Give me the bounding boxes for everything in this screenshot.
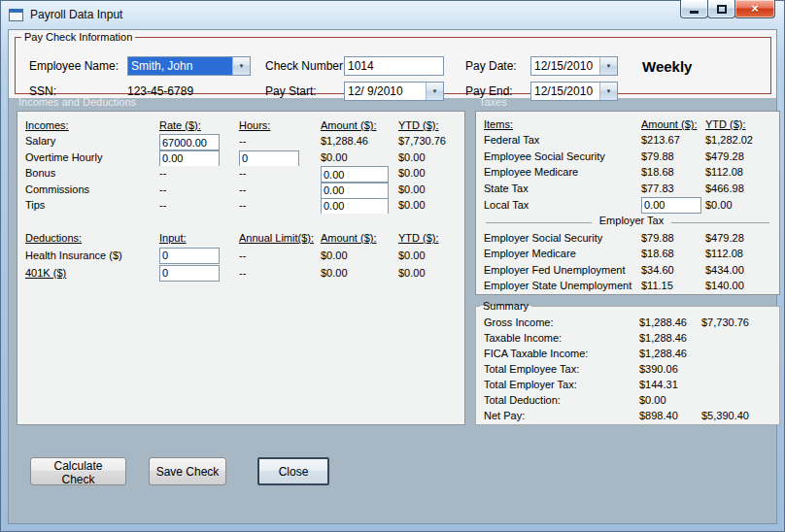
- close-window-button[interactable]: ×: [734, 0, 775, 18]
- tax-amount-cell: [641, 197, 705, 215]
- employee-name-value: Smith, John: [128, 57, 232, 75]
- incomes-table: Incomes: Rate ($): Hours: Amount ($): YT…: [17, 112, 464, 214]
- summary-ytd: [701, 393, 779, 409]
- summary-ytd: $5,390.40: [701, 409, 779, 424]
- close-button[interactable]: Close: [257, 457, 329, 485]
- summary-ytd: [701, 362, 779, 378]
- income-hours-cell: --: [239, 183, 321, 198]
- summary-label: Taxable Income:: [484, 331, 639, 347]
- pay-start-value: 12/ 9/2010: [345, 83, 426, 100]
- incomes-section-header: Incomes and Deductions: [18, 96, 136, 108]
- salary-rate-input[interactable]: [159, 134, 220, 150]
- income-label: Salary: [25, 134, 159, 150]
- tax-amount: $79.88: [641, 150, 705, 165]
- local-tax-input[interactable]: [641, 197, 701, 214]
- summary-value: $390.06: [639, 362, 701, 378]
- summary-value: $0.00: [639, 393, 701, 409]
- paycheck-info-group: Pay Check Information Employee Name: Smi…: [15, 31, 771, 94]
- minimize-icon: [690, 11, 699, 14]
- pay-end-picker[interactable]: 12/15/2010 ▼: [530, 82, 618, 101]
- tax-ytd: $112.08: [705, 247, 779, 262]
- tax-label: Employee Social Security: [484, 150, 641, 165]
- summary-ytd: [701, 347, 779, 362]
- summary-value: $1,288.46: [639, 331, 701, 347]
- close-icon: ×: [751, 0, 759, 17]
- deduction-amount-cell: $0.00: [321, 265, 398, 283]
- income-label: Commissions: [25, 183, 159, 198]
- taxes-section-header: Taxes: [479, 96, 507, 108]
- deduction-input-cell: [159, 248, 239, 265]
- column-header: YTD ($):: [398, 118, 464, 134]
- column-header: YTD ($):: [398, 231, 464, 247]
- column-header: Annual Limit($):: [239, 231, 321, 247]
- overtime-rate-input[interactable]: [159, 150, 220, 166]
- deduction-401k-link[interactable]: 401K ($): [25, 265, 159, 283]
- employer-tax-divider: Employer Tax: [484, 215, 779, 231]
- income-label: Overtime Hourly: [25, 150, 159, 166]
- tax-label: Employer Fed Unemployment: [484, 263, 641, 279]
- income-ytd-cell: $0.00: [398, 198, 464, 214]
- tax-label: Employer Medicare: [484, 247, 641, 262]
- chevron-down-icon: ▼: [606, 88, 612, 94]
- tax-ytd: $479.28: [705, 150, 779, 165]
- k401-input[interactable]: [159, 265, 220, 282]
- app-icon: [9, 9, 23, 21]
- save-check-button[interactable]: Save Check: [149, 457, 226, 485]
- window-title: Payroll Data Input: [30, 8, 122, 21]
- tax-ytd: $0.00: [705, 197, 779, 215]
- deduction-limit-cell: --: [239, 265, 321, 283]
- column-header: Deductions:: [25, 231, 159, 247]
- tax-ytd: $112.08: [705, 165, 779, 181]
- deduction-ytd-cell: $0.00: [398, 265, 464, 283]
- overtime-hours-input[interactable]: [239, 150, 299, 166]
- column-header: Input:: [159, 231, 239, 247]
- pay-end-value: 12/15/2010: [531, 83, 599, 100]
- maximize-icon: [717, 5, 727, 14]
- deduction-limit-cell: --: [239, 248, 321, 265]
- deduction-label: Health Insurance ($): [25, 248, 159, 265]
- income-ytd-cell: $0.00: [398, 166, 464, 182]
- pay-start-dropdown-button[interactable]: ▼: [426, 83, 443, 100]
- employee-name-combobox[interactable]: Smith, John ▼: [127, 56, 251, 76]
- check-number-input[interactable]: [344, 56, 444, 76]
- column-header: Rate ($):: [159, 118, 239, 134]
- summary-ytd: [701, 378, 779, 393]
- summary-label: Total Employee Tax:: [484, 362, 639, 378]
- deduction-input-cell: [159, 265, 239, 283]
- employee-name-label: Employee Name:: [29, 59, 119, 73]
- tax-label: Employee Medicare: [484, 165, 641, 181]
- pay-date-dropdown-button[interactable]: ▼: [599, 57, 617, 75]
- tax-ytd: $434.00: [705, 263, 779, 279]
- income-rate-cell: --: [159, 183, 239, 198]
- taxes-table: Items: Amount ($): YTD ($): Federal Tax …: [476, 112, 779, 295]
- minimize-button[interactable]: [680, 0, 708, 18]
- summary-value: $1,288.46: [639, 347, 701, 362]
- summary-label: FICA Taxable Income:: [484, 347, 639, 362]
- pay-date-picker[interactable]: 12/15/2010 ▼: [530, 56, 618, 76]
- pay-frequency-label: Weekly: [642, 58, 692, 75]
- health-insurance-input[interactable]: [159, 248, 220, 264]
- bonus-amount-input[interactable]: [321, 166, 389, 182]
- form-client-area: Pay Check Information Employee Name: Smi…: [8, 29, 777, 524]
- column-header: Amount ($):: [321, 118, 398, 134]
- chevron-down-icon: ▼: [432, 88, 438, 94]
- income-label: Tips: [25, 198, 159, 214]
- tips-amount-input[interactable]: [321, 198, 389, 214]
- calculate-check-button[interactable]: Calculate Check: [30, 457, 126, 485]
- pay-start-label: Pay Start:: [265, 84, 317, 98]
- tax-amount: $34.60: [641, 263, 705, 279]
- titlebar[interactable]: Payroll Data Input ×: [0, 0, 785, 29]
- pay-end-dropdown-button[interactable]: ▼: [599, 83, 617, 100]
- pay-date-label: Pay Date:: [465, 59, 517, 73]
- tax-label: Federal Tax: [484, 133, 641, 149]
- column-header: Amount ($):: [641, 117, 705, 133]
- commissions-amount-input[interactable]: [321, 183, 389, 198]
- employee-name-dropdown-button[interactable]: ▼: [232, 57, 250, 75]
- maximize-button[interactable]: [707, 0, 735, 18]
- summary-label: Total Deduction:: [484, 393, 639, 409]
- income-hours-cell: --: [239, 134, 321, 150]
- tax-label: Employer State Unemployment: [484, 279, 641, 294]
- tax-amount: $18.68: [641, 165, 705, 181]
- pay-start-picker[interactable]: 12/ 9/2010 ▼: [344, 82, 444, 101]
- summary-label: Net Pay:: [484, 409, 639, 424]
